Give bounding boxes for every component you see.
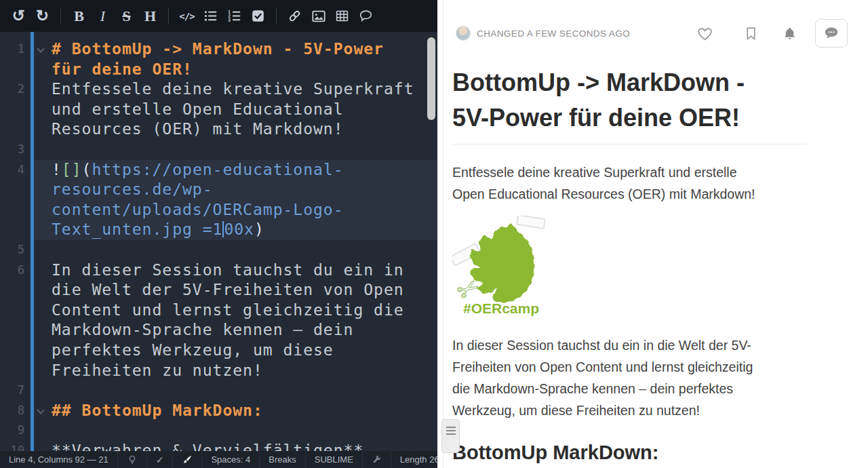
line-number: 8	[0, 401, 24, 421]
editor-line[interactable]: 8## BottomUp MarkDown:	[0, 401, 437, 421]
status-bar: Line 4, Columns 92 — 21✓Spaces: 4BreaksS…	[0, 451, 437, 468]
editor-line[interactable]: 5	[0, 240, 437, 260]
link-button[interactable]	[283, 4, 307, 28]
comments-button[interactable]	[815, 19, 848, 47]
code-text: content/uploads/OERCamp-Logo-	[52, 200, 344, 220]
unordered-list-icon	[203, 9, 218, 23]
oercamp-logo: ✂ #OERcamp	[452, 216, 547, 317]
like-button[interactable]	[696, 25, 713, 42]
toolbar-separator	[168, 7, 169, 24]
wrench-icon[interactable]	[363, 451, 391, 468]
heading-button[interactable]: H	[138, 4, 162, 28]
line-number: 5	[0, 240, 24, 260]
code-text: perfektes Werkzeug, um diese	[52, 340, 334, 361]
line-number: 2	[0, 79, 24, 100]
editor-line[interactable]: 4![](https://open-educational-	[0, 160, 437, 180]
rendered-note: BottomUp -> MarkDown - 5V-Power für dein…	[452, 65, 806, 464]
spaces-setting[interactable]: Spaces: 4	[202, 451, 260, 468]
preview-page-edge	[443, 0, 443, 468]
unordered-list-button[interactable]	[199, 4, 222, 28]
bold-icon: B	[74, 9, 84, 24]
line-number: 10	[0, 441, 24, 451]
wrench-icon	[372, 454, 382, 465]
editor-lines: 1# BottomUp -> MarkDown - 5V-Powerfür de…	[0, 32, 437, 451]
italic-button[interactable]: I	[91, 4, 115, 28]
line-number: 9	[0, 421, 24, 441]
bold-button[interactable]: B	[67, 4, 91, 28]
editor-scrollbar[interactable]	[427, 37, 435, 120]
ordered-list-button[interactable]: 123	[222, 4, 246, 28]
editor-line[interactable]: 6In dieser Session tauchst du ein in	[0, 260, 437, 281]
image-icon	[311, 9, 326, 24]
editor-line[interactable]: content/uploads/OERCamp-Logo-	[0, 200, 437, 220]
editor-line[interactable]: Resources (OER) mit Markdown!	[0, 119, 437, 140]
note-section-heading: BottomUp MarkDown:	[452, 442, 806, 464]
table-button[interactable]	[330, 4, 354, 28]
split-divider-handle[interactable]	[441, 419, 460, 453]
editor-line[interactable]: 9	[0, 421, 437, 441]
line-number: 7	[0, 381, 24, 401]
redo-button[interactable]: ↻	[31, 4, 54, 28]
editor-line[interactable]: Content und lernst gleichzeitig die	[0, 300, 437, 321]
editor-line[interactable]: 2Entfessele deine kreative Superkraft	[0, 79, 437, 100]
strikethrough-button[interactable]: S	[115, 4, 138, 28]
code-text: # BottomUp -> MarkDown - 5V-Power	[52, 39, 384, 60]
preview-header: CHANGED A FEW SECONDS AGO	[437, 0, 868, 49]
cursor-position[interactable]: Line 4, Columns 92 — 21	[0, 451, 118, 468]
editor-line[interactable]: Freiheiten zu nutzen!	[0, 361, 437, 381]
notifications-button[interactable]	[782, 26, 797, 41]
linebreaks-setting[interactable]: Breaks	[260, 451, 305, 468]
fold-chevron-icon[interactable]	[37, 45, 44, 52]
editor-line[interactable]: für deine OER!	[0, 60, 437, 80]
comment-icon	[359, 9, 373, 23]
code-text: Text_unten.jpg =100x)	[52, 220, 264, 240]
tape-piece	[517, 216, 545, 229]
check-icon: ✓	[156, 454, 164, 465]
image-button[interactable]	[307, 4, 330, 28]
length-indicator[interactable]: Length 2644	[391, 451, 437, 468]
editor-line[interactable]: resources.de/wp-	[0, 180, 437, 200]
markdown-editor-app: ↺↻BISH</>123 1# BottomUp -> MarkDown - 5…	[0, 0, 868, 468]
code-text: und erstelle Open Educational	[52, 100, 344, 120]
toolbar-separator	[60, 7, 61, 24]
line-number: 3	[0, 140, 24, 160]
italic-icon: I	[100, 9, 105, 24]
bell-icon	[782, 26, 797, 41]
editor-line[interactable]: perfektes Werkzeug, um diese	[0, 340, 437, 361]
editor-line[interactable]: 7	[0, 381, 437, 401]
checkbox-button[interactable]	[246, 4, 270, 28]
editor-line[interactable]: Markdown-Sprache kennen – dein	[0, 320, 437, 340]
keymap-setting[interactable]: SUBLIME	[306, 451, 363, 468]
code-text: **Verwahren & Vervielfältigen**	[52, 441, 363, 451]
editor-line[interactable]: Text_unten.jpg =100x)	[0, 220, 437, 240]
code-button[interactable]: </>	[175, 4, 199, 28]
text-cursor	[222, 221, 224, 237]
code-text: Content und lernst gleichzeitig die	[52, 300, 404, 321]
bookmark-icon	[743, 26, 759, 41]
code-text: für deine OER!	[52, 60, 193, 80]
check-icon[interactable]: ✓	[147, 451, 174, 468]
editor-line[interactable]: und erstelle Open Educational	[0, 100, 437, 120]
brush-icon	[182, 454, 193, 465]
code-text: Resources (OER) mit Markdown!	[52, 119, 344, 140]
lightbulb-icon[interactable]	[118, 451, 147, 468]
editor-line[interactable]: 3	[0, 140, 437, 160]
note-session-paragraph: In dieser Session tauchst du ein in die …	[452, 334, 806, 421]
brush-icon[interactable]	[173, 451, 202, 468]
code-text: In dieser Session tauchst du ein in	[52, 260, 404, 281]
undo-button[interactable]: ↺	[7, 4, 31, 28]
editor-line[interactable]: 10**Verwahren & Vervielfältigen**	[0, 441, 437, 451]
author-color-bar	[31, 32, 34, 451]
editor-line[interactable]: die Welt der 5V-Freiheiten von Open	[0, 280, 437, 300]
formatting-toolbar: ↺↻BISH</>123	[0, 0, 437, 32]
comment-button[interactable]	[354, 4, 378, 28]
undo-icon: ↺	[12, 8, 25, 24]
heart-icon	[696, 25, 713, 42]
line-number: 1	[0, 39, 24, 60]
code-editor[interactable]: 1# BottomUp -> MarkDown - 5V-Powerfür de…	[0, 32, 437, 451]
code-text: Markdown-Sprache kennen – dein	[52, 320, 353, 340]
bookmark-button[interactable]	[743, 26, 759, 41]
fold-chevron-icon[interactable]	[37, 406, 44, 414]
author-avatar[interactable]	[456, 26, 471, 41]
editor-line[interactable]: 1# BottomUp -> MarkDown - 5V-Power	[0, 39, 437, 60]
